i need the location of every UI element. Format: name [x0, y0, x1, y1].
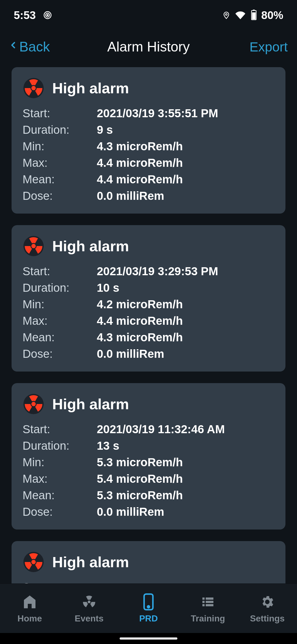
label-dose: Dose:	[23, 347, 97, 361]
label-max: Max:	[23, 314, 97, 328]
label-dose: Dose:	[23, 505, 97, 519]
value-duration: 10 s	[97, 281, 119, 294]
home-icon	[22, 593, 37, 611]
value-dose: 0.0 milliRem	[97, 505, 164, 519]
value-start: 2021/03/19 3:55:51 PM	[97, 107, 218, 120]
tab-home[interactable]: Home	[2, 593, 57, 624]
value-mean: 5.3 microRem/h	[97, 489, 183, 502]
alarm-title: High alarm	[52, 553, 129, 571]
tab-training[interactable]: Training	[180, 593, 235, 624]
tab-home-label: Home	[18, 613, 42, 624]
value-start: 2021/03/19 3:29:53 PM	[97, 265, 218, 278]
radiation-icon	[81, 593, 97, 611]
tab-prd-label: PRD	[139, 613, 158, 624]
label-mean: Mean:	[23, 489, 97, 502]
svg-rect-28	[206, 604, 213, 606]
device-icon	[142, 593, 155, 611]
alarm-title: High alarm	[52, 80, 129, 97]
label-min: Min:	[23, 140, 97, 153]
svg-point-2	[47, 15, 48, 16]
label-start: Start:	[23, 581, 97, 583]
label-start: Start:	[23, 423, 97, 436]
radiation-icon	[23, 235, 45, 257]
label-mean: Mean:	[23, 331, 97, 344]
label-duration: Duration:	[23, 123, 97, 137]
value-dose: 0.0 milliRem	[97, 189, 164, 203]
label-duration: Duration:	[23, 439, 97, 452]
value-min: 4.2 microRem/h	[97, 298, 183, 311]
svg-rect-24	[206, 597, 213, 600]
value-mean: 4.3 microRem/h	[97, 331, 183, 344]
alarm-title: High alarm	[52, 395, 129, 413]
svg-rect-6	[252, 12, 256, 19]
list-icon	[200, 593, 216, 611]
svg-rect-26	[206, 601, 213, 603]
label-start: Start:	[23, 107, 97, 120]
value-min: 5.3 microRem/h	[97, 456, 183, 469]
label-mean: Mean:	[23, 173, 97, 186]
page-title: Alarm History	[107, 39, 190, 55]
tab-events[interactable]: Events	[62, 593, 117, 624]
svg-point-19	[88, 601, 90, 603]
svg-point-17	[31, 560, 36, 564]
svg-point-22	[147, 606, 149, 608]
value-mean: 4.4 microRem/h	[97, 173, 183, 186]
alarm-card[interactable]: High alarm Start:2021/03/19 11:32:46 AM …	[12, 383, 285, 530]
back-button[interactable]: Back	[9, 39, 50, 55]
svg-point-14	[31, 402, 36, 406]
export-button[interactable]: Export	[249, 39, 288, 54]
tab-prd[interactable]: PRD	[121, 593, 176, 624]
radiation-icon	[23, 77, 45, 99]
alarm-card[interactable]: High alarm Start:	[12, 541, 285, 583]
svg-point-11	[31, 244, 36, 248]
value-max: 4.4 microRem/h	[97, 156, 183, 170]
back-label: Back	[19, 39, 50, 55]
label-max: Max:	[23, 156, 97, 170]
value-max: 4.4 microRem/h	[97, 314, 183, 328]
value-max: 5.4 microRem/h	[97, 472, 183, 485]
label-min: Min:	[23, 456, 97, 469]
svg-rect-25	[202, 601, 205, 603]
gesture-bar	[0, 633, 297, 644]
label-dose: Dose:	[23, 189, 97, 203]
svg-point-3	[226, 13, 227, 15]
wifi-icon	[234, 10, 246, 20]
battery-icon	[250, 10, 257, 21]
svg-rect-23	[202, 597, 205, 600]
value-duration: 13 s	[97, 439, 119, 452]
svg-rect-5	[253, 10, 255, 10]
radiation-icon	[23, 551, 45, 573]
tab-settings-label: Settings	[250, 613, 285, 624]
location-icon	[222, 10, 230, 20]
alarm-title: High alarm	[52, 238, 129, 255]
nav-header: Back Alarm History Export	[0, 30, 297, 63]
value-dose: 0.0 milliRem	[97, 347, 164, 361]
value-min: 4.3 microRem/h	[97, 140, 183, 153]
label-duration: Duration:	[23, 281, 97, 294]
value-start: 2021/03/19 11:32:46 AM	[97, 423, 225, 436]
chevron-left-icon	[9, 39, 17, 55]
tab-training-label: Training	[191, 613, 225, 624]
tab-bar: Home Events PRD Training Settings	[0, 583, 297, 633]
label-max: Max:	[23, 472, 97, 485]
value-duration: 9 s	[97, 123, 113, 137]
label-start: Start:	[23, 265, 97, 278]
alarm-card[interactable]: High alarm Start:2021/03/19 3:29:53 PM D…	[12, 225, 285, 372]
svg-rect-27	[202, 604, 205, 606]
label-min: Min:	[23, 298, 97, 311]
target-icon	[43, 10, 52, 20]
tab-events-label: Events	[75, 613, 104, 624]
tab-settings[interactable]: Settings	[240, 593, 295, 624]
alarm-list[interactable]: High alarm Start:2021/03/19 3:55:51 PM D…	[0, 63, 297, 583]
radiation-icon	[23, 393, 45, 415]
svg-point-8	[31, 86, 36, 90]
alarm-card[interactable]: High alarm Start:2021/03/19 3:55:51 PM D…	[12, 67, 285, 214]
status-time: 5:53	[14, 9, 36, 21]
status-battery-text: 80%	[261, 9, 283, 21]
gear-icon	[260, 593, 275, 611]
status-bar: 5:53 80%	[0, 0, 297, 30]
